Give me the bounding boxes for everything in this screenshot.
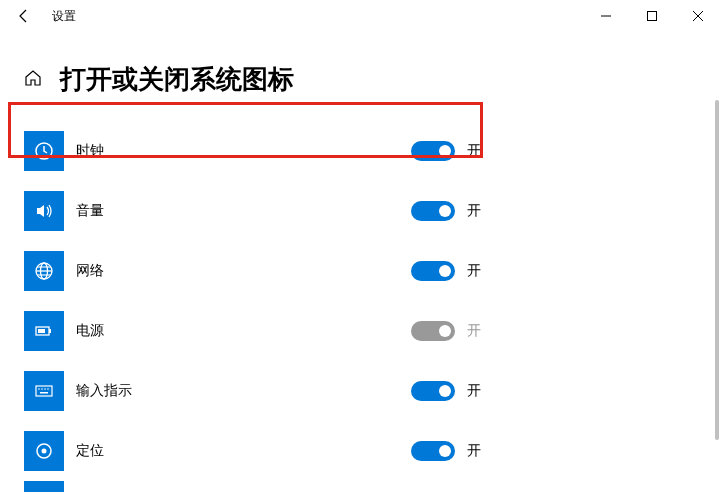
row-label-ime: 输入指示 (76, 382, 411, 400)
system-icon-row-volume: 音量开 (24, 181, 697, 241)
minimize-icon (601, 11, 611, 21)
toggle-wrap-ime: 开 (411, 381, 487, 401)
clock-icon (34, 141, 54, 161)
toggle-wrap-clock: 开 (411, 141, 487, 161)
svg-rect-9 (49, 329, 51, 333)
volume-icon-container (24, 191, 64, 231)
location-icon-container (24, 431, 64, 471)
toggle-knob (439, 145, 451, 157)
system-icon-row-location: 定位开 (24, 421, 697, 481)
arrow-left-icon (16, 8, 32, 24)
toggle-state-label-clock: 开 (467, 142, 487, 160)
row-label-clock: 时钟 (76, 142, 411, 160)
toggle-state-label-network: 开 (467, 262, 487, 280)
row-label-location: 定位 (76, 442, 411, 460)
system-icon-row-partial (24, 481, 697, 492)
home-button[interactable] (24, 69, 42, 91)
system-icon-row-network: 网络开 (24, 241, 697, 301)
close-icon (693, 11, 703, 21)
toggle-state-label-power: 开 (467, 322, 487, 340)
toggle-knob (439, 205, 451, 217)
toggle-wrap-location: 开 (411, 441, 487, 461)
network-icon (34, 261, 54, 281)
toggle-state-label-ime: 开 (467, 382, 487, 400)
window-controls (583, 0, 721, 32)
maximize-icon (647, 11, 657, 21)
minimize-button[interactable] (583, 0, 629, 32)
svg-rect-16 (40, 392, 48, 394)
system-icon-row-power: 电源开 (24, 301, 697, 361)
svg-point-13 (41, 388, 43, 390)
toggle-knob (439, 385, 451, 397)
svg-point-15 (47, 388, 49, 390)
system-icon-row-clock: 时钟开 (24, 121, 697, 181)
toggle-state-label-volume: 开 (467, 202, 487, 220)
partial-icon (24, 481, 64, 492)
page-header: 打开或关闭系统图标 (0, 32, 721, 121)
svg-rect-1 (648, 12, 657, 21)
keyboard-icon-container (24, 371, 64, 411)
maximize-button[interactable] (629, 0, 675, 32)
svg-point-18 (42, 449, 47, 454)
home-icon (24, 69, 42, 87)
row-label-volume: 音量 (76, 202, 411, 220)
toggle-knob (439, 325, 451, 337)
window-title: 设置 (52, 8, 76, 25)
system-icon-row-ime: 输入指示开 (24, 361, 697, 421)
toggle-location[interactable] (411, 441, 455, 461)
toggle-power (411, 321, 455, 341)
location-icon (34, 441, 54, 461)
clock-icon-container (24, 131, 64, 171)
toggle-clock[interactable] (411, 141, 455, 161)
toggle-state-label-location: 开 (467, 442, 487, 460)
titlebar: 设置 (0, 0, 721, 32)
toggle-ime[interactable] (411, 381, 455, 401)
toggle-wrap-volume: 开 (411, 201, 487, 221)
scrollbar-thumb[interactable] (715, 100, 719, 440)
toggle-wrap-network: 开 (411, 261, 487, 281)
row-label-network: 网络 (76, 262, 411, 280)
svg-point-12 (38, 388, 40, 390)
svg-point-14 (44, 388, 46, 390)
close-button[interactable] (675, 0, 721, 32)
toggle-network[interactable] (411, 261, 455, 281)
scrollbar[interactable] (715, 100, 719, 480)
svg-rect-10 (38, 329, 45, 333)
page-title: 打开或关闭系统图标 (60, 62, 294, 97)
power-icon (34, 321, 54, 341)
svg-rect-11 (36, 386, 52, 396)
toggle-knob (439, 265, 451, 277)
power-icon-container (24, 311, 64, 351)
toggle-knob (439, 445, 451, 457)
network-icon-container (24, 251, 64, 291)
toggle-volume[interactable] (411, 201, 455, 221)
keyboard-icon (34, 381, 54, 401)
toggle-wrap-power: 开 (411, 321, 487, 341)
volume-icon (34, 201, 54, 221)
system-icons-list: 时钟开音量开网络开电源开输入指示开定位开 (0, 121, 721, 492)
row-label-power: 电源 (76, 322, 411, 340)
back-button[interactable] (8, 0, 40, 32)
